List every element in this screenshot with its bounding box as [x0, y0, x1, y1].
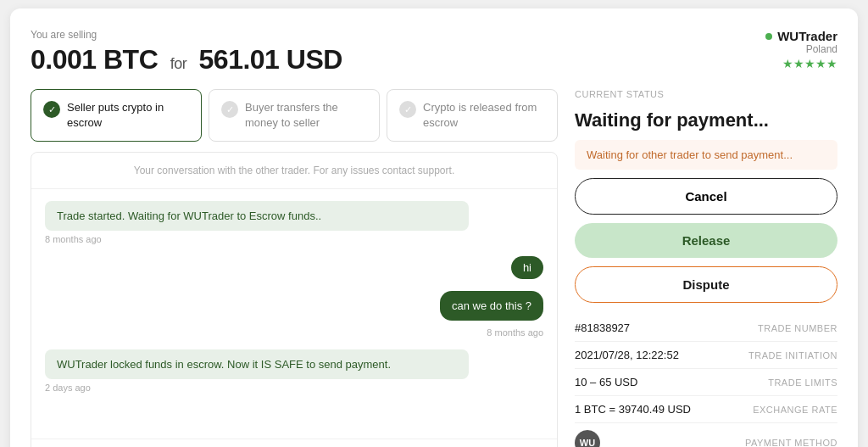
step-3-icon: ✓: [399, 101, 416, 118]
status-banner: Waiting for other trader to send payment…: [575, 140, 837, 170]
msg-1-time: 8 months ago: [45, 234, 543, 244]
trade-row-initiation: 2021/07/28, 12:22:52 TRADE INITIATION: [575, 342, 837, 369]
left-panel: ✓ Seller puts crypto in escrow ✓ Buyer t…: [31, 89, 558, 447]
user-stars: ★★★★★: [765, 57, 837, 70]
msg-3-group: can we do this ? 8 months ago: [45, 291, 543, 338]
payment-method-icon: WU: [575, 430, 600, 447]
msg-4: WUTrader locked funds in escrow. Now it …: [45, 349, 469, 379]
msg-1-group: Trade started. Waiting for WUTrader to E…: [45, 201, 543, 244]
btc-amount: 0.001 BTC: [31, 44, 158, 75]
trade-limits-key: TRADE LIMITS: [768, 377, 837, 388]
step-2-icon: ✓: [221, 101, 238, 118]
trade-details: #81838927 TRADE NUMBER 2021/07/28, 12:22…: [575, 315, 837, 447]
msg-3: can we do this ?: [440, 291, 543, 321]
status-label: CURRENT STATUS: [575, 89, 837, 99]
trade-row-rate: 1 BTC = 39740.49 USD EXCHANGE RATE: [575, 396, 837, 423]
chat-box: Your conversation with the other trader.…: [31, 152, 558, 447]
step-3: ✓ Crypto is released from escrow: [387, 89, 558, 142]
step-1-icon: ✓: [43, 101, 60, 118]
msg-3-time: 8 months ago: [487, 327, 543, 338]
user-name: WUTrader: [765, 29, 837, 43]
payment-method-key: PAYMENT METHOD: [745, 438, 837, 447]
cancel-button[interactable]: Cancel: [575, 178, 837, 215]
trade-row-limits: 10 – 65 USD TRADE LIMITS: [575, 369, 837, 396]
steps-row: ✓ Seller puts crypto in escrow ✓ Buyer t…: [31, 89, 558, 142]
main-content: ✓ Seller puts crypto in escrow ✓ Buyer t…: [31, 89, 837, 447]
top-bar: You are selling 0.001 BTC for 561.01 USD…: [31, 29, 837, 75]
chat-input-row: [31, 439, 557, 447]
msg-2: hi: [511, 256, 543, 279]
selling-info: You are selling 0.001 BTC for 561.01 USD: [31, 29, 342, 75]
msg-4-group: WUTrader locked funds in escrow. Now it …: [45, 349, 543, 393]
trade-rate-val: 1 BTC = 39740.49 USD: [575, 403, 691, 416]
right-panel: CURRENT STATUS Waiting for payment... Wa…: [575, 89, 837, 447]
usd-price: 561.01 USD: [199, 44, 342, 75]
chat-info: Your conversation with the other trader.…: [31, 153, 557, 189]
step-1-label: Seller puts crypto in escrow: [67, 100, 189, 131]
status-title: Waiting for payment...: [575, 109, 837, 131]
selling-label: You are selling: [31, 29, 342, 41]
trade-row-number: #81838927 TRADE NUMBER: [575, 315, 837, 342]
release-button[interactable]: Release: [575, 223, 837, 258]
step-3-label: Crypto is released from escrow: [423, 100, 545, 131]
step-1: ✓ Seller puts crypto in escrow: [31, 89, 202, 142]
payment-method-row: WU PAYMENT METHOD: [575, 423, 837, 447]
dispute-button[interactable]: Dispute: [575, 266, 837, 303]
trade-number-key: TRADE NUMBER: [758, 323, 837, 333]
user-info: WUTrader Poland ★★★★★: [765, 29, 837, 70]
chat-messages: Trade started. Waiting for WUTrader to E…: [31, 189, 557, 439]
selling-amount: 0.001 BTC for 561.01 USD: [31, 44, 342, 75]
step-2: ✓ Buyer transfers the money to seller: [209, 89, 380, 142]
trade-limits-val: 10 – 65 USD: [575, 376, 637, 388]
msg-4-time: 2 days ago: [45, 383, 543, 393]
online-dot: [765, 33, 772, 40]
for-text: for: [170, 55, 187, 72]
trade-initiation-key: TRADE INITIATION: [748, 350, 837, 360]
msg-1: Trade started. Waiting for WUTrader to E…: [45, 201, 469, 231]
trade-number-val: #81838927: [575, 321, 630, 334]
trade-rate-key: EXCHANGE RATE: [753, 405, 837, 415]
step-2-label: Buyer transfers the money to seller: [245, 100, 367, 131]
msg-2-group: hi: [45, 256, 543, 279]
trade-initiation-val: 2021/07/28, 12:22:52: [575, 349, 679, 361]
user-country: Poland: [765, 43, 837, 55]
main-container: You are selling 0.001 BTC for 561.01 USD…: [10, 8, 858, 447]
